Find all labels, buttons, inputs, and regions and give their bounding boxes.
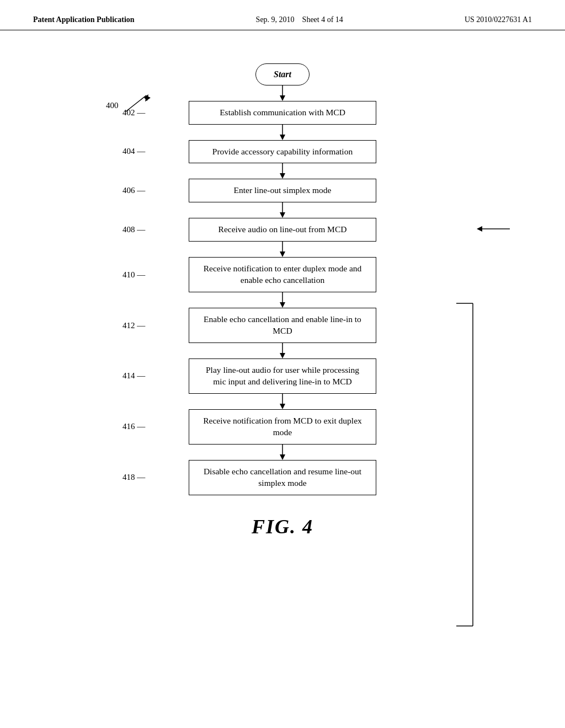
step-num-406: 406 — bbox=[122, 186, 145, 195]
step-row-416: 416 — Receive notification from MCD to e… bbox=[89, 409, 476, 445]
arrow-2 bbox=[277, 163, 288, 179]
step-row-402: 402 — Establish communication with MCD bbox=[89, 101, 476, 125]
publication-date: Sep. 9, 2010 bbox=[256, 15, 295, 24]
patent-number: US 2010/0227631 A1 bbox=[465, 15, 532, 24]
svg-marker-14 bbox=[280, 251, 285, 257]
arrow-0 bbox=[277, 85, 288, 101]
step-num-416: 416 — bbox=[122, 422, 145, 431]
step-box-406: Enter line-out simplex mode bbox=[189, 179, 376, 202]
start-node: Start bbox=[255, 63, 310, 85]
step-box-402: Establish communication with MCD bbox=[189, 101, 376, 125]
step-row-404: 404 — Provide accessory capability infor… bbox=[89, 140, 476, 164]
start-label: Start bbox=[255, 63, 310, 85]
step-num-412: 412 — bbox=[122, 321, 145, 330]
svg-marker-4 bbox=[280, 95, 285, 101]
arrow-3 bbox=[277, 202, 288, 218]
step-num-410: 410 — bbox=[122, 270, 145, 280]
step-num-418: 418 — bbox=[122, 473, 145, 482]
step-row-412: 412 — Enable echo cancellation and enabl… bbox=[89, 308, 476, 343]
svg-marker-22 bbox=[280, 454, 285, 460]
step-row-406: 406 — Enter line-out simplex mode bbox=[89, 179, 476, 202]
step-box-414: Play line-out audio for user while proce… bbox=[189, 358, 376, 394]
step-num-408: 408 — bbox=[122, 225, 145, 234]
step-row-418: 418 — Disable echo cancellation and resu… bbox=[89, 460, 476, 495]
arrow-5 bbox=[277, 292, 288, 308]
step-box-418: Disable echo cancellation and resume lin… bbox=[189, 460, 376, 495]
svg-marker-20 bbox=[280, 404, 285, 409]
arrow-6 bbox=[277, 343, 288, 358]
step-row-410: 410 — Receive notification to enter dupl… bbox=[89, 257, 476, 292]
sheet-info: Sheet 4 of 14 bbox=[302, 15, 343, 24]
arrow-7 bbox=[277, 394, 288, 409]
arrow-1 bbox=[277, 125, 288, 140]
diagram-area: 400 Start 402 — Establish communication … bbox=[0, 30, 565, 560]
svg-marker-6 bbox=[280, 135, 285, 140]
step-box-408: Receive audio on line-out from MCD bbox=[189, 218, 376, 242]
arrow-8 bbox=[277, 445, 288, 460]
svg-marker-18 bbox=[280, 353, 285, 358]
svg-marker-10 bbox=[280, 212, 285, 218]
page-header: Patent Application Publication Sep. 9, 2… bbox=[0, 0, 565, 30]
loop-back-indicator bbox=[477, 223, 510, 237]
fig-label: FIG. 4 bbox=[252, 515, 313, 538]
step-box-410: Receive notification to enter duplex mod… bbox=[189, 257, 376, 292]
publication-date-sheet: Sep. 9, 2010 Sheet 4 of 14 bbox=[256, 15, 343, 24]
svg-marker-16 bbox=[280, 302, 285, 308]
step-box-416: Receive notification from MCD to exit du… bbox=[189, 409, 376, 445]
arrow-4 bbox=[277, 242, 288, 257]
svg-marker-8 bbox=[280, 173, 285, 179]
svg-marker-12 bbox=[477, 226, 482, 232]
step-row-414: 414 — Play line-out audio for user while… bbox=[89, 358, 476, 394]
step-row-408: 408 — Receive audio on line-out from MCD bbox=[89, 218, 476, 242]
step-box-412: Enable echo cancellation and enable line… bbox=[189, 308, 376, 343]
publication-title: Patent Application Publication bbox=[33, 15, 135, 24]
step-box-404: Provide accessory capability information bbox=[189, 140, 376, 164]
step-num-402: 402 — bbox=[122, 108, 145, 117]
step-num-414: 414 — bbox=[122, 371, 145, 381]
step-num-404: 404 — bbox=[122, 147, 145, 156]
